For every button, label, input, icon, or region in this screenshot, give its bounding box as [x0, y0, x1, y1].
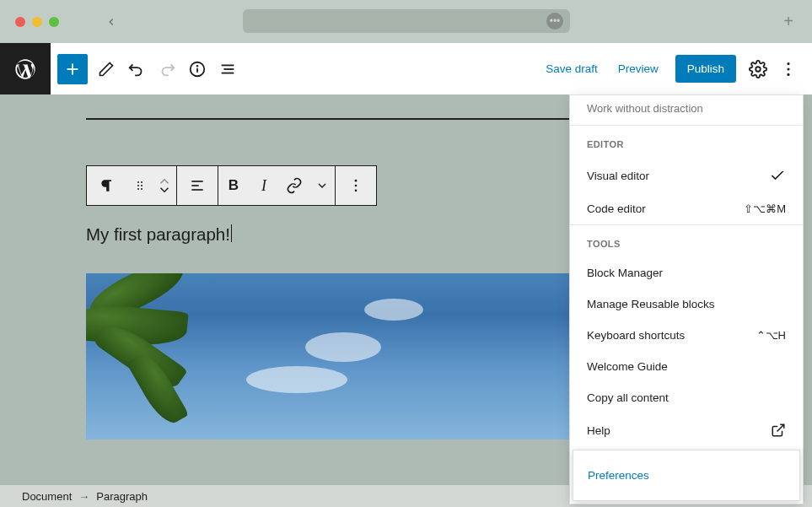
menu-heading-editor: EDITOR — [570, 126, 803, 158]
close-window-button[interactable] — [15, 17, 25, 27]
breadcrumb-root[interactable]: Document — [22, 490, 72, 503]
menu-label: Visual editor — [587, 170, 649, 182]
menu-item-keyboard-shortcuts[interactable]: Keyboard shortcuts ⌃⌥H — [570, 320, 803, 351]
svg-point-21 — [355, 180, 358, 182]
menu-item-visual-editor[interactable]: Visual editor — [570, 158, 803, 193]
svg-point-4 — [197, 65, 198, 66]
menu-label: Help — [587, 424, 610, 437]
redo-button[interactable] — [152, 54, 182, 84]
menu-item-preferences[interactable]: Preferences — [573, 450, 800, 501]
menu-label: Copy all content — [587, 391, 669, 404]
menu-label: Code editor — [587, 202, 646, 215]
wordpress-logo[interactable] — [0, 43, 51, 94]
svg-point-17 — [141, 188, 143, 190]
menu-item-help[interactable]: Help — [570, 413, 803, 447]
editor-toolbar: Save draft Preview Publish — [0, 43, 812, 94]
window-titlebar: ••• + — [0, 0, 812, 43]
save-draft-button[interactable]: Save draft — [535, 56, 608, 82]
menu-item-reusable-blocks[interactable]: Manage Reusable blocks — [570, 289, 803, 320]
menu-label: Manage Reusable blocks — [587, 298, 715, 310]
block-toolbar: B I — [86, 165, 377, 206]
menu-item-block-manager[interactable]: Block Manager — [570, 257, 803, 289]
menu-label: Keyboard shortcuts — [587, 329, 685, 342]
more-menu-button[interactable] — [773, 54, 804, 84]
svg-point-9 — [787, 62, 789, 65]
url-more-icon[interactable]: ••• — [546, 13, 563, 30]
menu-heading-tools: TOOLS — [570, 225, 803, 257]
paragraph-block-icon[interactable] — [87, 166, 127, 205]
url-bar[interactable]: ••• — [243, 9, 570, 33]
check-icon — [769, 167, 786, 184]
menu-item-distraction-free[interactable]: Work without distraction — [570, 95, 803, 125]
svg-point-12 — [137, 181, 139, 183]
new-tab-button[interactable]: + — [783, 12, 793, 31]
svg-point-22 — [355, 185, 358, 187]
bold-button[interactable]: B — [218, 166, 249, 205]
link-button[interactable] — [279, 166, 309, 205]
drag-handle[interactable] — [127, 166, 153, 205]
svg-line-24 — [777, 424, 784, 431]
menu-item-welcome-guide[interactable]: Welcome Guide — [570, 351, 803, 382]
breadcrumb-current[interactable]: Paragraph — [96, 490, 148, 503]
shortcut-label: ⇧⌥⌘M — [744, 202, 786, 215]
outline-button[interactable] — [212, 54, 243, 84]
traffic-lights — [15, 17, 59, 27]
minimize-window-button[interactable] — [32, 17, 42, 27]
options-menu: Work without distraction EDITOR Visual e… — [569, 94, 804, 504]
menu-label: Welcome Guide — [587, 360, 668, 373]
svg-point-23 — [355, 190, 358, 192]
external-link-icon — [771, 423, 786, 438]
svg-point-10 — [787, 67, 789, 70]
undo-button[interactable] — [121, 54, 152, 84]
move-arrows[interactable] — [153, 166, 176, 205]
edit-tool-button[interactable] — [91, 54, 121, 84]
menu-item-code-editor[interactable]: Code editor ⇧⌥⌘M — [570, 193, 803, 224]
menu-item-copy-all[interactable]: Copy all content — [570, 382, 803, 413]
settings-button[interactable] — [743, 54, 773, 84]
preview-button[interactable]: Preview — [608, 56, 669, 82]
nav-back-button[interactable] — [105, 16, 117, 28]
maximize-window-button[interactable] — [49, 17, 59, 27]
breadcrumb-separator-icon: → — [78, 490, 89, 503]
svg-point-15 — [141, 185, 143, 186]
menu-label: Block Manager — [587, 267, 663, 279]
align-button[interactable] — [177, 166, 218, 205]
svg-point-13 — [141, 181, 143, 183]
publish-button[interactable]: Publish — [675, 55, 736, 83]
svg-point-11 — [787, 73, 789, 75]
shortcut-label: ⌃⌥H — [756, 329, 786, 342]
svg-point-16 — [137, 188, 139, 190]
more-rich-text-button[interactable] — [309, 166, 335, 205]
info-button[interactable] — [182, 54, 212, 84]
italic-button[interactable]: I — [249, 166, 279, 205]
block-more-button[interactable] — [336, 166, 376, 205]
add-block-button[interactable] — [57, 54, 88, 84]
svg-point-14 — [137, 185, 139, 186]
svg-point-8 — [756, 67, 761, 72]
